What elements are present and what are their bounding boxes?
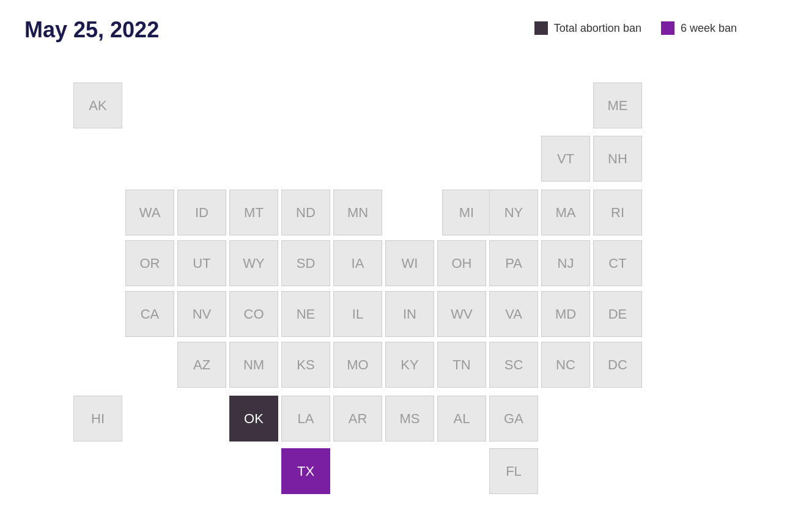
- state-nd[interactable]: ND: [281, 190, 330, 235]
- state-va[interactable]: VA: [489, 291, 538, 337]
- state-oh[interactable]: OH: [437, 240, 486, 286]
- state-wy[interactable]: WY: [229, 240, 278, 286]
- state-ks[interactable]: KS: [281, 342, 330, 388]
- state-ny[interactable]: NY: [489, 190, 538, 235]
- map-container: May 25, 2022 Total abortion ban 6 week b…: [0, 0, 798, 532]
- state-ga[interactable]: GA: [489, 396, 538, 441]
- six-week-swatch: [661, 21, 674, 35]
- state-tn[interactable]: TN: [437, 342, 486, 388]
- state-nm[interactable]: NM: [229, 342, 278, 388]
- state-mi[interactable]: MI: [442, 190, 491, 235]
- state-de[interactable]: DE: [593, 291, 642, 337]
- total-ban-swatch: [534, 21, 548, 35]
- state-nh[interactable]: NH: [593, 136, 642, 182]
- state-nv[interactable]: NV: [177, 291, 226, 337]
- state-md[interactable]: MD: [541, 291, 590, 337]
- total-ban-label: Total abortion ban: [554, 22, 641, 35]
- state-vt[interactable]: VT: [541, 136, 590, 182]
- state-ia[interactable]: IA: [333, 240, 382, 286]
- state-me[interactable]: ME: [593, 83, 642, 128]
- state-wa[interactable]: WA: [125, 190, 174, 235]
- state-al[interactable]: AL: [437, 396, 486, 441]
- state-la[interactable]: LA: [281, 396, 330, 441]
- state-pa[interactable]: PA: [489, 240, 538, 286]
- state-fl[interactable]: FL: [489, 448, 538, 494]
- state-or[interactable]: OR: [125, 240, 174, 286]
- page-title: May 25, 2022: [24, 17, 159, 43]
- state-sc[interactable]: SC: [489, 342, 538, 388]
- state-wi[interactable]: WI: [385, 240, 434, 286]
- state-mo[interactable]: MO: [333, 342, 382, 388]
- state-il[interactable]: IL: [333, 291, 382, 337]
- state-co[interactable]: CO: [229, 291, 278, 337]
- state-ri[interactable]: RI: [593, 190, 642, 235]
- state-in[interactable]: IN: [385, 291, 434, 337]
- state-ms[interactable]: MS: [385, 396, 434, 441]
- state-mt[interactable]: MT: [229, 190, 278, 235]
- state-ne[interactable]: NE: [281, 291, 330, 337]
- state-ky[interactable]: KY: [385, 342, 434, 388]
- state-ak[interactable]: AK: [73, 83, 122, 128]
- state-hi[interactable]: HI: [73, 396, 122, 441]
- state-ar[interactable]: AR: [333, 396, 382, 441]
- state-mn[interactable]: MN: [333, 190, 382, 235]
- state-sd[interactable]: SD: [281, 240, 330, 286]
- legend-6week-ban: 6 week ban: [661, 21, 737, 35]
- state-wv[interactable]: WV: [437, 291, 486, 337]
- state-ct[interactable]: CT: [593, 240, 642, 286]
- six-week-label: 6 week ban: [681, 22, 737, 35]
- state-nj[interactable]: NJ: [541, 240, 590, 286]
- legend-total-ban: Total abortion ban: [534, 21, 641, 35]
- state-id[interactable]: ID: [177, 190, 226, 235]
- state-tx[interactable]: TX: [281, 448, 330, 494]
- state-ok[interactable]: OK: [229, 396, 278, 441]
- state-ut[interactable]: UT: [177, 240, 226, 286]
- state-ca[interactable]: CA: [125, 291, 174, 337]
- state-az[interactable]: AZ: [177, 342, 226, 388]
- state-nc[interactable]: NC: [541, 342, 590, 388]
- state-dc[interactable]: DC: [593, 342, 642, 388]
- state-ma[interactable]: MA: [541, 190, 590, 235]
- legend: Total abortion ban 6 week ban: [534, 21, 737, 35]
